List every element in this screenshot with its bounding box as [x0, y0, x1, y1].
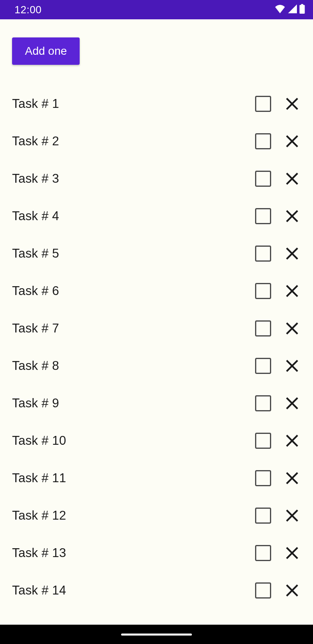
close-icon[interactable] [283, 320, 301, 337]
task-label: Task # 5 [12, 246, 255, 261]
task-checkbox[interactable] [255, 395, 271, 411]
close-icon[interactable] [283, 394, 301, 412]
task-row: Task # 4 [12, 197, 301, 235]
task-label: Task # 7 [12, 321, 255, 336]
task-row: Task # 2 [12, 122, 301, 160]
task-label: Task # 12 [12, 508, 255, 523]
close-icon[interactable] [283, 582, 301, 599]
android-navigation-bar [0, 625, 313, 644]
status-icons [274, 4, 305, 15]
task-row: Task # 7 [12, 310, 301, 347]
close-icon[interactable] [283, 245, 301, 262]
task-checkbox[interactable] [255, 133, 271, 149]
task-checkbox[interactable] [255, 433, 271, 449]
task-checkbox[interactable] [255, 545, 271, 561]
battery-icon [299, 4, 305, 15]
task-label: Task # 9 [12, 396, 255, 411]
status-bar: 12:00 [0, 0, 313, 19]
task-checkbox[interactable] [255, 470, 271, 486]
close-icon[interactable] [283, 282, 301, 300]
content-area: Add one Task # 1Task # 2Task # 3Task # 4… [0, 19, 313, 625]
svg-rect-0 [299, 5, 305, 14]
task-row: Task # 5 [12, 235, 301, 272]
task-checkbox[interactable] [255, 246, 271, 262]
task-label: Task # 6 [12, 284, 255, 298]
task-row: Task # 1 [12, 85, 301, 122]
close-icon[interactable] [283, 132, 301, 150]
task-row: Task # 10 [12, 422, 301, 459]
task-row: Task # 8 [12, 347, 301, 384]
svg-rect-1 [301, 4, 303, 5]
close-icon[interactable] [283, 544, 301, 562]
close-icon[interactable] [283, 432, 301, 450]
task-row: Task # 12 [12, 497, 301, 534]
task-row: Task # 11 [12, 459, 301, 497]
task-label: Task # 2 [12, 134, 255, 149]
close-icon[interactable] [283, 469, 301, 487]
close-icon[interactable] [283, 170, 301, 188]
task-checkbox[interactable] [255, 320, 271, 336]
close-icon[interactable] [283, 357, 301, 375]
task-checkbox[interactable] [255, 171, 271, 187]
task-label: Task # 13 [12, 546, 255, 560]
task-list[interactable]: Task # 1Task # 2Task # 3Task # 4Task # 5… [12, 85, 301, 609]
task-checkbox[interactable] [255, 208, 271, 224]
close-icon[interactable] [283, 207, 301, 225]
task-row: Task # 6 [12, 272, 301, 310]
home-gesture-pill[interactable] [121, 634, 192, 636]
task-checkbox[interactable] [255, 508, 271, 524]
close-icon[interactable] [283, 95, 301, 113]
task-checkbox[interactable] [255, 283, 271, 299]
task-checkbox[interactable] [255, 582, 271, 599]
task-label: Task # 8 [12, 359, 255, 373]
close-icon[interactable] [283, 507, 301, 524]
task-row: Task # 13 [12, 534, 301, 572]
task-label: Task # 10 [12, 433, 255, 448]
status-time: 12:00 [14, 4, 42, 16]
task-label: Task # 11 [12, 471, 255, 485]
add-one-button[interactable]: Add one [12, 37, 80, 65]
task-row: Task # 3 [12, 160, 301, 197]
task-row: Task # 14 [12, 572, 301, 609]
task-row: Task # 9 [12, 384, 301, 422]
task-label: Task # 14 [12, 583, 255, 598]
task-label: Task # 3 [12, 171, 255, 186]
task-checkbox[interactable] [255, 96, 271, 112]
wifi-icon [274, 4, 286, 15]
task-label: Task # 4 [12, 209, 255, 223]
task-checkbox[interactable] [255, 358, 271, 374]
signal-icon [288, 4, 297, 15]
task-label: Task # 1 [12, 97, 255, 111]
